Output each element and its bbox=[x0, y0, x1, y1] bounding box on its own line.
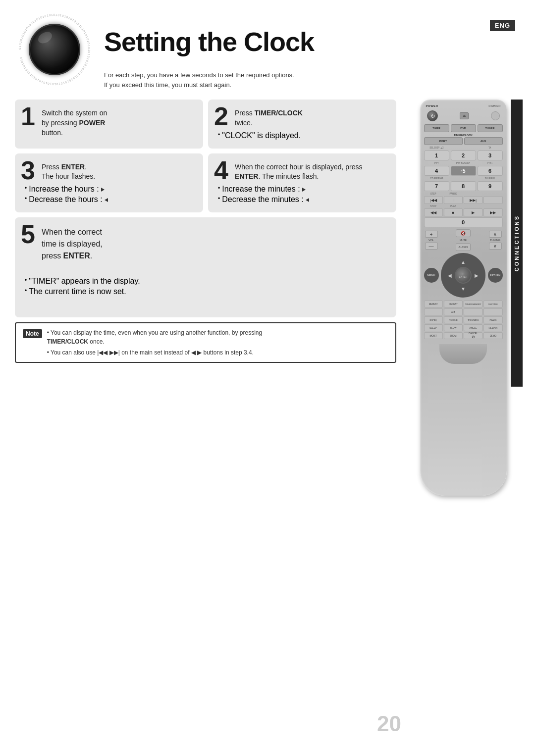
step-5-text: When the correcttime is displayed,press … bbox=[42, 226, 388, 262]
stop-button[interactable]: ■ bbox=[444, 208, 463, 216]
note-box: Note • You can display the time, even wh… bbox=[15, 322, 396, 363]
step-4-note-2-text: Decrease the minutes : bbox=[222, 195, 309, 204]
pty-label bbox=[450, 147, 476, 149]
step-5-box: 5 When the correcttime is displayed,pres… bbox=[15, 217, 396, 317]
num-0-button[interactable]: 0 bbox=[424, 217, 503, 227]
bottom-row-3: DSPBQ P.SOUND TRES/BASS P.BASS bbox=[424, 316, 503, 323]
tuning-label: TUNING bbox=[490, 239, 500, 242]
menu-button[interactable]: MENU bbox=[424, 268, 439, 283]
angle-button[interactable]: ANGLE bbox=[464, 324, 482, 331]
bottom-row-1: REPEAT REPEAT TUNER MEMORY SUBTITLE bbox=[424, 301, 503, 307]
return-btn-label: RETURN bbox=[490, 274, 500, 277]
step-5-number: 5 bbox=[21, 221, 35, 247]
dpad-right-button[interactable]: ▶ bbox=[470, 268, 483, 282]
dpad-left-button[interactable]: ◀ bbox=[443, 268, 457, 282]
num-7-button[interactable]: 7 bbox=[424, 181, 449, 191]
step-3-notes: • Increase the hours : • Decrease the ho… bbox=[23, 185, 195, 204]
demo-button[interactable]: DEMO bbox=[483, 332, 502, 339]
pause-label: PAUSE bbox=[444, 193, 463, 195]
rewind-button[interactable]: ◀◀ bbox=[424, 208, 443, 216]
numpad-row2: 4 ·5 6 bbox=[424, 166, 503, 176]
pty-plus-label: PTY+ bbox=[477, 162, 503, 164]
num-9-button[interactable]: 9 bbox=[478, 181, 503, 191]
mute-button[interactable]: 🔇 bbox=[456, 229, 471, 237]
page-number: 20 bbox=[377, 711, 401, 736]
tres-bass-button[interactable]: TRES/BASS bbox=[464, 316, 482, 323]
enter-button[interactable]: ↩ ENTER bbox=[455, 267, 472, 284]
step-5-line1: When the correcttime is displayed,press … bbox=[42, 228, 103, 260]
step-1-line1: Switch the system onby pressing POWERbut… bbox=[42, 109, 107, 136]
p-sound-button[interactable]: P.SOUND bbox=[444, 316, 463, 323]
remain-button[interactable]: REMAIN bbox=[483, 324, 502, 331]
prev-button[interactable]: |◀◀ bbox=[424, 196, 443, 204]
p-bass-button[interactable]: P.BASS bbox=[483, 316, 502, 323]
title-area: Setting the Clock bbox=[104, 15, 515, 56]
tuning-down-button[interactable]: ∨ bbox=[489, 243, 502, 250]
vol-down-button[interactable]: — bbox=[425, 243, 438, 250]
eject-button[interactable]: ⏏ bbox=[460, 112, 469, 119]
tuner-button[interactable]: TUNER bbox=[478, 124, 503, 132]
tuning-up-button[interactable]: ∧ bbox=[489, 231, 502, 238]
num-3-button[interactable]: 3 bbox=[478, 151, 503, 160]
step-label: STEP bbox=[424, 193, 443, 195]
step-4-text: When the correct hour is displayed, pres… bbox=[235, 162, 388, 182]
note-line1: • You can display the time, even when yo… bbox=[47, 328, 262, 346]
a-b-button[interactable]: A-B bbox=[444, 308, 463, 315]
play-label: PLAY bbox=[444, 205, 463, 207]
num-8-button[interactable]: 8 bbox=[451, 181, 476, 191]
right-content: CONNECTIONS POWER DIMMER ⏏ TIMER bbox=[406, 100, 520, 496]
vol-up-button[interactable]: + bbox=[425, 231, 438, 238]
menu-dpad-area: MENU ▲ ▼ ◀ ▶ ↩ ENTER bbox=[424, 253, 503, 298]
step-5-note-2: • The current time is now set. bbox=[25, 287, 386, 296]
zoom-button[interactable]: ZOOM bbox=[444, 332, 463, 339]
sleep-button[interactable]: SLEEP bbox=[424, 324, 443, 331]
audio-button[interactable]: AUDIO bbox=[456, 243, 471, 251]
subtitle-line1: For each step, you have a few seconds to… bbox=[104, 70, 515, 80]
timer-clock-label: TIMER/CLOCK bbox=[424, 134, 503, 137]
next-button[interactable]: ▶▶| bbox=[464, 196, 482, 204]
num-2-button[interactable]: 2 bbox=[451, 151, 476, 160]
play-button[interactable]: ▶ bbox=[464, 208, 482, 216]
timer-button[interactable]: TIMER bbox=[424, 124, 449, 132]
dspbq-button[interactable]: DSPBQ bbox=[424, 316, 443, 323]
slow-button[interactable]: SLOW bbox=[444, 324, 463, 331]
dpad-down-button[interactable]: ▼ bbox=[456, 282, 470, 296]
sel-disp-label: SEL DISP ▲2 bbox=[424, 147, 450, 149]
repeat-2-button[interactable]: REPEAT bbox=[444, 301, 463, 307]
repeat-1-button[interactable]: REPEAT bbox=[424, 301, 443, 307]
cancel-button[interactable]: CANCEL ⊘ bbox=[464, 332, 482, 339]
subtitle-button[interactable]: SUBTITLE bbox=[483, 301, 502, 307]
source-row-1: TIMER DVD TUNER bbox=[424, 124, 503, 132]
return-button[interactable]: RETURN bbox=[488, 268, 503, 283]
dpad-up-button[interactable]: ▲ bbox=[456, 255, 470, 269]
num-6-button[interactable]: 6 bbox=[478, 166, 503, 176]
step-5-note-1: • "TIMER" appears in the display. bbox=[25, 277, 386, 286]
dimmer-button[interactable] bbox=[491, 111, 500, 120]
remote-power-row: ⏏ bbox=[424, 109, 503, 122]
port-button[interactable]: PORT bbox=[424, 137, 463, 145]
aux-button[interactable]: AUX bbox=[464, 137, 503, 145]
dvd-button[interactable]: DVD bbox=[451, 124, 476, 132]
num-4-button[interactable]: 4 bbox=[424, 166, 449, 176]
ta-label: TA bbox=[477, 147, 503, 149]
step-1-number: 1 bbox=[21, 103, 35, 129]
step-1-box: 1 Switch the system onby pressing POWERb… bbox=[15, 100, 203, 148]
tuning-section: ∧ TUNING ∨ bbox=[489, 231, 502, 250]
num-5-button[interactable]: ·5 bbox=[451, 166, 476, 176]
step-2-note-1: • "CLOCK" is displayed. bbox=[218, 131, 386, 140]
tuner-memory-button[interactable]: TUNER MEMORY bbox=[464, 301, 482, 307]
pause-button[interactable]: ⏸ bbox=[444, 196, 463, 204]
step-3-note-2: • Decrease the hours : bbox=[25, 195, 193, 204]
connections-label: CONNECTIONS bbox=[514, 215, 520, 271]
decorative-header-image: 0101010101010101010101010101010101010101… bbox=[15, 10, 94, 89]
ffwd-button[interactable]: ▶▶ bbox=[483, 208, 502, 216]
empty-1-button bbox=[424, 308, 443, 315]
sel-disp-row: SEL DISP ▲2 TA bbox=[424, 147, 503, 149]
num-1-button[interactable]: 1 bbox=[424, 151, 449, 160]
left-content: 1 Switch the system onby pressing POWERb… bbox=[15, 100, 406, 496]
empty-label bbox=[450, 177, 476, 180]
vol-label: VOL bbox=[428, 239, 434, 242]
bottom-row-5: MOIST ZOOM CANCEL ⊘ DEMO bbox=[424, 332, 503, 339]
moist-button[interactable]: MOIST bbox=[424, 332, 443, 339]
power-button[interactable] bbox=[427, 110, 438, 121]
